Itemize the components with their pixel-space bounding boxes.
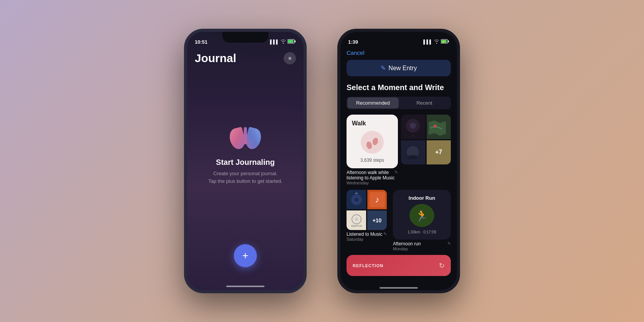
- walk-icon-area: [352, 131, 393, 154]
- album-blue: [347, 190, 366, 209]
- status-time-1: 10:51: [195, 39, 207, 45]
- notch: [222, 32, 268, 43]
- svg-rect-2: [288, 40, 293, 43]
- svg-point-17: [407, 155, 418, 159]
- signal-icon-2: ▌▌▌: [424, 39, 432, 44]
- select-moment-title: Select a Moment and Write: [340, 80, 457, 97]
- svg-point-8: [372, 137, 379, 146]
- notch-2: [376, 32, 422, 43]
- butterfly-body: [244, 127, 247, 144]
- battery-icon-2: ⚡: [441, 39, 449, 44]
- svg-text:♪: ♪: [412, 134, 414, 137]
- svg-text:♪: ♪: [375, 195, 379, 204]
- start-journaling-heading: Start Journaling: [203, 158, 288, 167]
- running-icon: 🏃: [415, 209, 429, 222]
- segment-control: Recommended Recent: [347, 97, 451, 109]
- album-plus-7: +7: [427, 140, 451, 165]
- home-indicator-2: [380, 287, 418, 289]
- phone-new-entry: 1:39 ▌▌▌: [337, 29, 460, 293]
- album-plus-10: +10: [367, 210, 387, 230]
- walk-moment-title: Afternoon walk while listening to Apple …: [347, 170, 398, 181]
- music-listened-wrapper: ♪ SKETCH +10: [347, 190, 387, 251]
- journal-logo: [230, 125, 261, 152]
- run-moment-date: Monday: [393, 246, 451, 251]
- walk-steps: 3,639 steps: [352, 158, 393, 163]
- moment-edit-icon-3: ✎: [447, 241, 451, 246]
- reflection-card[interactable]: REFLECTION ↻: [347, 255, 451, 276]
- edit-icon: ✎: [381, 64, 386, 72]
- status-icons-1: ▌▌▌: [270, 39, 296, 44]
- svg-text:⚡: ⚡: [442, 40, 445, 44]
- status-time-2: 1:39: [348, 39, 358, 45]
- svg-point-20: [355, 198, 358, 202]
- refresh-icon: ↻: [439, 261, 445, 270]
- phone-journal: 10:51 ▌▌▌: [184, 29, 307, 293]
- add-entry-button[interactable]: +: [234, 244, 257, 267]
- tab-recent[interactable]: Recent: [399, 97, 450, 108]
- run-card-title: Indoor Run: [409, 195, 435, 201]
- home-indicator-1: [226, 286, 264, 287]
- run-moment-wrapper: Indoor Run 🏃 1.00km · 0:17:09 ✎ Afternoo…: [393, 190, 451, 251]
- moment-edit-icon-2: ✎: [383, 232, 387, 237]
- svg-point-11: [410, 123, 416, 129]
- battery-icon: [288, 39, 296, 44]
- svg-rect-4: [448, 41, 449, 43]
- music-grid-2[interactable]: ♪ SKETCH +10: [347, 190, 387, 230]
- run-stats: 1.00km · 0:17:09: [407, 230, 436, 234]
- tab-recommended[interactable]: Recommended: [347, 97, 399, 108]
- run-card[interactable]: Indoor Run 🏃 1.00km · 0:17:09: [393, 190, 451, 240]
- plus-icon: +: [242, 250, 248, 262]
- journal-title: Journal: [195, 52, 236, 65]
- lines-icon: ≡: [288, 55, 291, 61]
- music-moment-date: Saturday: [347, 237, 387, 242]
- new-entry-label: New Entry: [389, 65, 417, 72]
- album-1: ♪: [401, 115, 426, 139]
- walk-moment-wrapper: Walk 3,639 steps: [347, 115, 398, 185]
- run-moment-title: Afternoon run: [393, 241, 451, 246]
- svg-point-26: [355, 217, 358, 221]
- subtext-line2: Tap the plus button to get started.: [209, 178, 283, 184]
- svg-rect-1: [295, 41, 296, 43]
- music-grid-card[interactable]: ♪: [401, 115, 451, 164]
- walk-card[interactable]: Walk 3,639 steps: [347, 115, 398, 168]
- moment-row-1: Walk 3,639 steps: [347, 115, 451, 185]
- run-circle: 🏃: [409, 204, 434, 227]
- svg-point-14: [434, 125, 437, 128]
- journal-center: Start Journaling Create your personal jo…: [203, 125, 288, 185]
- wifi-icon-2: [434, 39, 439, 44]
- album-map: [427, 115, 451, 139]
- journal-subtext-1: Create your personal journal. Tap the pl…: [203, 170, 288, 185]
- walk-moment-meta: ✎ Afternoon walk while listening to Appl…: [347, 170, 398, 185]
- music-moment-title: Listened to Music: [347, 232, 387, 237]
- run-moment-meta: ✎ Afternoon run Monday: [393, 241, 451, 251]
- subtext-line1: Create your personal journal.: [213, 171, 278, 176]
- cancel-button[interactable]: Cancel: [347, 49, 365, 56]
- walk-card-title: Walk: [352, 120, 393, 127]
- moment-edit-icon-1: ✎: [394, 170, 398, 175]
- music-moment-meta: ✎ Listened to Music Saturday: [347, 232, 387, 242]
- status-icons-2: ▌▌▌ ⚡: [424, 39, 449, 44]
- new-entry-button[interactable]: ✎ New Entry: [347, 60, 451, 76]
- signal-icon: ▌▌▌: [270, 39, 279, 44]
- album-2: [401, 140, 426, 165]
- wifi-icon: [281, 39, 286, 44]
- moment-row-2: ♪ SKETCH +10: [347, 190, 451, 251]
- music-moment-wrapper: ♪: [401, 115, 451, 185]
- album-sketch: SKETCH: [347, 210, 366, 230]
- album-orange: ♪: [367, 190, 387, 209]
- menu-button[interactable]: ≡: [284, 52, 296, 64]
- walk-moment-date: Wednesday: [347, 181, 398, 185]
- svg-text:SKETCH: SKETCH: [351, 225, 361, 227]
- svg-point-7: [366, 141, 373, 150]
- moments-list: Walk 3,639 steps: [340, 115, 457, 251]
- reflection-label: REFLECTION: [353, 263, 383, 268]
